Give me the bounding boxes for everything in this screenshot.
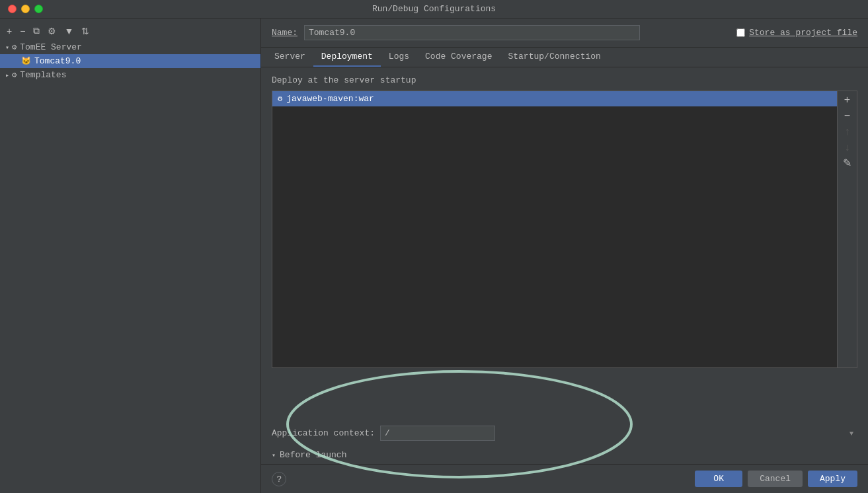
store-label: Store as project file (749, 28, 857, 38)
arrow-config-button[interactable]: ▼ (61, 24, 76, 38)
tomee-server-label: TomEE Server (20, 42, 82, 52)
tab-deployment[interactable]: Deployment (313, 48, 381, 67)
window-title: Run/Debug Configurations (372, 4, 496, 14)
main-layout: + − ⧉ ⚙ ▼ ⇅ ▾ ⚙ TomEE Server 🐱 Tomcat9.0… (0, 19, 868, 493)
traffic-lights (8, 5, 43, 13)
list-edit-button[interactable]: ✎ (839, 156, 855, 171)
apply-button[interactable]: Apply (808, 471, 857, 487)
name-input[interactable] (304, 25, 640, 40)
tab-logs[interactable]: Logs (381, 48, 417, 67)
deployment-item-label: javaweb-maven:war (286, 94, 374, 104)
tabs-row: Server Deployment Logs Code Coverage Sta… (261, 48, 868, 67)
tab-server[interactable]: Server (266, 48, 313, 67)
templates-label: Templates (20, 70, 66, 80)
close-button[interactable] (8, 5, 17, 13)
bottom-right: OK Cancel Apply (695, 471, 857, 487)
app-context-label: Application context: (272, 428, 375, 438)
remove-config-button[interactable]: − (17, 24, 28, 38)
tomcat-label: Tomcat9.0 (34, 56, 81, 66)
title-bar: Run/Debug Configurations (0, 0, 868, 19)
cancel-button[interactable]: Cancel (748, 471, 803, 487)
tab-startup[interactable]: Startup/Connection (500, 48, 608, 67)
tab-codecoverage[interactable]: Code Coverage (417, 48, 500, 67)
before-launch-arrow-icon: ▾ (272, 451, 276, 459)
add-config-button[interactable]: + (4, 24, 15, 38)
bottom-left: ? (272, 472, 286, 486)
list-add-button[interactable]: + (839, 93, 855, 107)
bottom-bar: ? OK Cancel Apply (261, 464, 868, 493)
main-content-wrapper: Deploy at the server startup ⚙ javaweb-m… (261, 67, 868, 464)
sidebar-toolbar: + − ⧉ ⚙ ▼ ⇅ (0, 21, 260, 40)
sidebar-item-templates[interactable]: ▸ ⚙ Templates (0, 68, 260, 82)
list-up-button[interactable]: ↑ (839, 124, 855, 139)
list-remove-button[interactable]: − (839, 108, 855, 123)
templates-arrow: ▸ (5, 71, 9, 79)
sort-config-button[interactable]: ⇅ (79, 24, 92, 38)
deploy-label: Deploy at the server startup (272, 75, 857, 85)
before-launch-row[interactable]: ▾ Before launch (261, 446, 868, 464)
chevron-down-icon: ▼ (849, 430, 853, 437)
app-context-input[interactable] (380, 426, 495, 441)
deployment-item-javaweb[interactable]: ⚙ javaweb-maven:war (272, 91, 837, 106)
app-context-row: Application context: ▼ (261, 420, 868, 446)
help-button[interactable]: ? (272, 472, 286, 486)
copy-config-button[interactable]: ⧉ (30, 24, 42, 38)
deployment-list: ⚙ javaweb-maven:war (272, 91, 837, 367)
tomcat-icon: 🐱 (21, 56, 31, 66)
tomee-server-icon: ⚙ (12, 42, 17, 52)
tomee-server-arrow: ▾ (5, 44, 9, 52)
sidebar-tree: ▾ ⚙ TomEE Server 🐱 Tomcat9.0 ▸ ⚙ Templat… (0, 40, 260, 493)
list-side-buttons: + − ↑ ↓ ✎ (837, 91, 857, 367)
templates-icon: ⚙ (12, 70, 17, 80)
sidebar: + − ⧉ ⚙ ▼ ⇅ ▾ ⚙ TomEE Server 🐱 Tomcat9.0… (0, 19, 261, 493)
deployment-list-container: ⚙ javaweb-maven:war + − ↑ ↓ ✎ (272, 91, 857, 368)
sidebar-item-tomee-server[interactable]: ▾ ⚙ TomEE Server (0, 40, 260, 54)
app-context-dropdown-wrap: ▼ (380, 426, 857, 441)
before-launch-label: Before launch (280, 450, 346, 460)
name-row: Name: Store as project file (261, 19, 868, 48)
maximize-button[interactable] (34, 5, 43, 13)
store-checkbox-row: Store as project file (736, 28, 857, 38)
deployment-item-icon: ⚙ (278, 94, 282, 104)
content-area: Deploy at the server startup ⚙ javaweb-m… (261, 67, 868, 420)
settings-config-button[interactable]: ⚙ (45, 24, 59, 38)
list-down-button[interactable]: ↓ (839, 140, 855, 155)
store-checkbox[interactable] (736, 28, 745, 37)
ok-button[interactable]: OK (695, 471, 742, 487)
sidebar-item-tomcat90[interactable]: 🐱 Tomcat9.0 (0, 54, 260, 68)
minimize-button[interactable] (21, 5, 30, 13)
right-panel: Name: Store as project file Server Deplo… (261, 19, 868, 493)
name-label: Name: (272, 28, 297, 38)
